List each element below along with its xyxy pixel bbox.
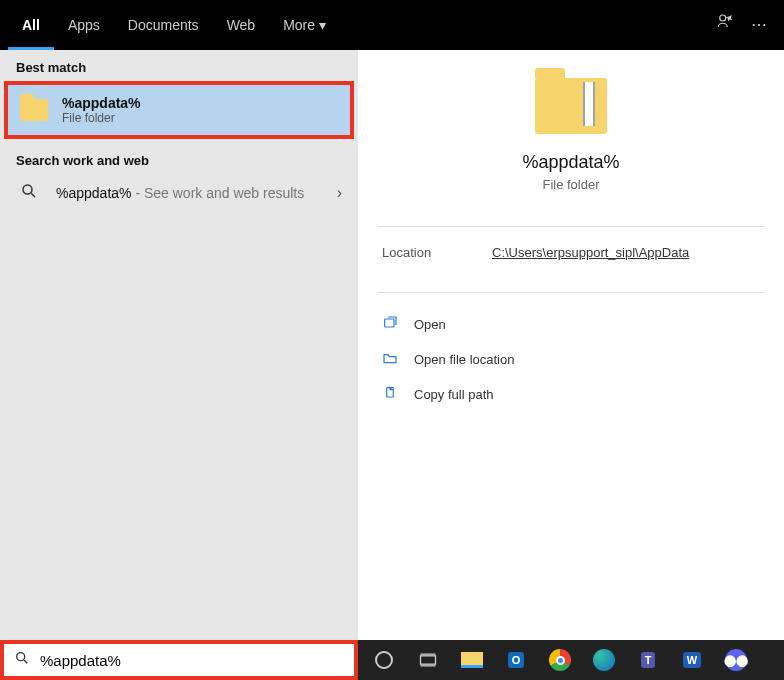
bottom-bar: O T W ⬤⬤ bbox=[0, 640, 784, 680]
svg-line-6 bbox=[24, 660, 27, 663]
folder-icon-large bbox=[535, 78, 607, 134]
best-match-title: %appdata% bbox=[62, 95, 141, 111]
best-match-heading: Best match bbox=[0, 50, 358, 81]
action-open[interactable]: Open bbox=[358, 307, 784, 342]
taskbar-cortana[interactable] bbox=[366, 645, 402, 675]
taskbar-explorer[interactable] bbox=[454, 645, 490, 675]
taskbar-discord[interactable]: ⬤⬤ bbox=[718, 645, 754, 675]
taskbar: O T W ⬤⬤ bbox=[358, 640, 784, 680]
taskview-icon bbox=[418, 650, 438, 670]
edge-icon bbox=[593, 649, 615, 671]
folder-icon bbox=[20, 99, 48, 121]
open-icon bbox=[382, 315, 398, 334]
chevron-right-icon: › bbox=[337, 184, 342, 202]
search-input[interactable] bbox=[40, 652, 344, 669]
web-result-query: %appdata% bbox=[56, 185, 132, 201]
tab-all[interactable]: All bbox=[8, 0, 54, 50]
svg-point-0 bbox=[720, 15, 726, 21]
action-open-location[interactable]: Open file location bbox=[358, 342, 784, 377]
search-work-web-heading: Search work and web bbox=[0, 143, 358, 174]
taskbar-taskview[interactable] bbox=[410, 645, 446, 675]
web-result-row[interactable]: %appdata% - See work and web results › bbox=[0, 174, 358, 212]
svg-point-1 bbox=[23, 185, 32, 194]
word-icon: W bbox=[683, 652, 701, 668]
search-icon bbox=[16, 182, 42, 204]
copy-icon bbox=[382, 385, 398, 404]
svg-point-5 bbox=[17, 653, 25, 661]
discord-icon: ⬤⬤ bbox=[725, 649, 747, 671]
action-open-location-label: Open file location bbox=[414, 352, 514, 367]
action-open-label: Open bbox=[414, 317, 446, 332]
detail-subtitle: File folder bbox=[358, 177, 784, 192]
svg-rect-7 bbox=[421, 656, 436, 664]
taskbar-outlook[interactable]: O bbox=[498, 645, 534, 675]
taskbar-teams[interactable]: T bbox=[630, 645, 666, 675]
options-icon[interactable]: ⋯ bbox=[742, 0, 776, 50]
file-explorer-icon bbox=[461, 652, 483, 668]
divider bbox=[378, 292, 764, 293]
location-row: Location C:\Users\erpsupport_sipl\AppDat… bbox=[358, 241, 784, 278]
chevron-down-icon: ▾ bbox=[319, 0, 326, 50]
outlook-icon: O bbox=[508, 652, 525, 668]
location-value[interactable]: C:\Users\erpsupport_sipl\AppData bbox=[492, 245, 689, 260]
search-main: Best match %appdata% File folder Search … bbox=[0, 50, 784, 640]
result-detail-pane: %appdata% File folder Location C:\Users\… bbox=[358, 50, 784, 640]
feedback-icon[interactable] bbox=[708, 0, 742, 50]
cortana-icon bbox=[375, 651, 393, 669]
chrome-icon bbox=[549, 649, 571, 671]
tab-more-label: More bbox=[283, 0, 315, 50]
taskbar-edge[interactable] bbox=[586, 645, 622, 675]
search-filter-tabs: All Apps Documents Web More ▾ ⋯ bbox=[0, 0, 784, 50]
action-copy-path[interactable]: Copy full path bbox=[358, 377, 784, 412]
location-label: Location bbox=[382, 245, 492, 260]
divider bbox=[378, 226, 764, 227]
best-match-text: %appdata% File folder bbox=[62, 95, 141, 125]
detail-title: %appdata% bbox=[358, 152, 784, 173]
action-copy-path-label: Copy full path bbox=[414, 387, 494, 402]
teams-icon: T bbox=[641, 652, 656, 668]
folder-open-icon bbox=[382, 350, 398, 369]
tab-web[interactable]: Web bbox=[213, 0, 270, 50]
web-result-text: %appdata% - See work and web results bbox=[56, 185, 304, 201]
tab-apps[interactable]: Apps bbox=[54, 0, 114, 50]
search-icon bbox=[14, 650, 30, 670]
search-results-pane: Best match %appdata% File folder Search … bbox=[0, 50, 358, 640]
taskbar-word[interactable]: W bbox=[674, 645, 710, 675]
best-match-subtitle: File folder bbox=[62, 111, 141, 125]
taskbar-chrome[interactable] bbox=[542, 645, 578, 675]
svg-rect-3 bbox=[385, 319, 394, 327]
best-match-result[interactable]: %appdata% File folder bbox=[4, 81, 354, 139]
svg-line-2 bbox=[31, 193, 35, 197]
detail-header: %appdata% File folder bbox=[358, 50, 784, 212]
search-box[interactable] bbox=[0, 640, 358, 680]
tab-documents[interactable]: Documents bbox=[114, 0, 213, 50]
tab-more[interactable]: More ▾ bbox=[269, 0, 340, 50]
web-result-suffix: - See work and web results bbox=[132, 185, 305, 201]
